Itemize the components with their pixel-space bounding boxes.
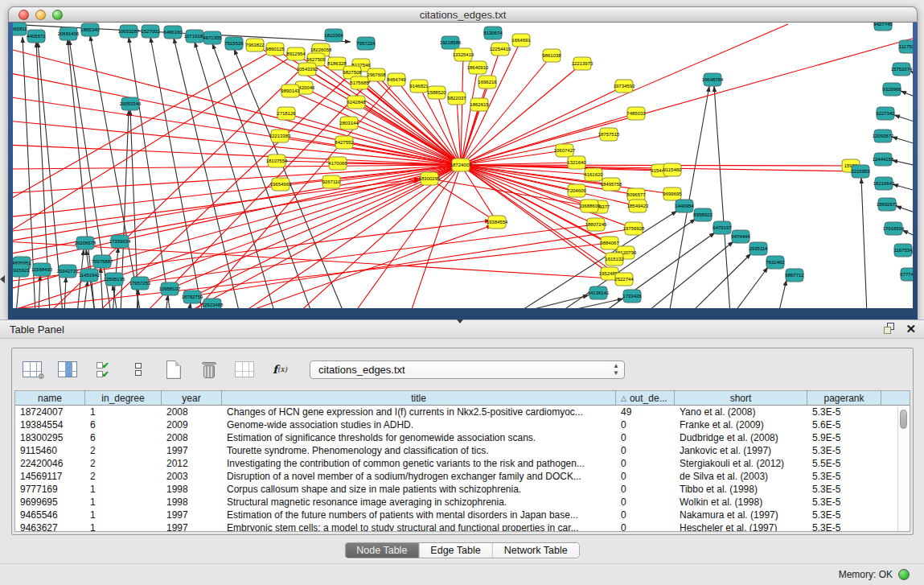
graph-edge-citation[interactable] [461,36,913,165]
graph-node[interactable]: 11568493 [31,263,53,276]
graph-node[interactable]: 9822037 [447,92,466,105]
graph-edge-reference[interactable] [733,267,768,308]
graph-node[interactable]: 12923488 [202,299,224,308]
graph-node[interactable]: 9890143 [281,84,300,97]
graph-node[interactable]: 10607427 [554,144,576,157]
table-cell[interactable]: 2012 [162,457,222,470]
graph-node[interactable]: 9267110 [322,175,342,188]
window-titlebar[interactable]: citations_edges.txt [8,6,918,23]
table-cell[interactable]: 2008 [162,406,222,418]
network-canvas[interactable]: 2065811440557120691406186534010653287152… [13,23,913,308]
column-header-pagerank[interactable]: pagerank [807,391,881,405]
table-cell[interactable]: 9115460 [15,444,85,457]
column-header-name[interactable]: name [15,391,85,405]
graph-edge-citation[interactable] [461,55,463,165]
graph-node[interactable]: 5175685 [350,76,369,89]
graph-node[interactable]: 12093872 [873,130,894,142]
graph-edge-reference[interactable] [84,281,88,308]
table-cell[interactable]: 14569117 [15,470,85,483]
table-cell[interactable]: 5.6E-5 [807,418,881,431]
table-cell[interactable]: 5.3E-5 [807,496,881,509]
graph-node[interactable]: 9146821 [409,80,429,93]
table-cell[interactable]: 2008 [162,431,222,444]
graph-node[interactable]: 10688609 [579,200,601,212]
graph-edge-citation[interactable] [170,165,461,289]
table-cell[interactable]: 22420046 [15,457,85,470]
table-cell[interactable]: 5.3E-5 [807,483,881,496]
trash-icon[interactable] [197,357,221,381]
graph-node[interactable]: 1862615 [470,98,489,111]
table-cell[interactable]: 9777169 [15,483,85,496]
table-cell[interactable]: 18300295 [15,431,85,444]
graph-node[interactable]: 18107554 [266,154,288,167]
table-cell[interactable]: Estimation of the future numbers of pati… [222,509,616,521]
table-cell[interactable]: 2009 [162,418,222,431]
graph-node[interactable]: 4161620 [584,168,603,181]
table-cell[interactable]: 1997 [162,509,222,521]
table-cell[interactable]: 0 [616,444,675,457]
graph-node[interactable]: 1733426 [622,290,642,303]
graph-node[interactable]: 2718126 [277,107,296,120]
table-row[interactable]: 1456911722003Disruption of a novel membe… [15,470,910,483]
table-cell[interactable]: Genome-wide association studies in ADHD. [222,418,616,431]
graph-edge-reference[interactable] [894,115,913,125]
minimize-window-button[interactable] [35,10,46,20]
graph-node[interactable]: 12505135 [104,273,125,286]
graph-node[interactable]: 1865340 [80,23,100,36]
table-row[interactable]: 946362711997Embryonic stem cells: a mode… [15,521,910,532]
graph-edge-citation[interactable] [13,48,461,165]
table-cell[interactable]: 9465546 [15,509,85,521]
graph-node[interactable]: 8454749 [387,73,406,86]
graph-edge-citation[interactable] [13,165,461,217]
graph-edge-reference[interactable] [893,184,913,193]
table-row[interactable]: 1872400712008Changes of HCN gene express… [15,406,910,418]
new-document-icon[interactable] [162,357,186,381]
graph-edge-reference[interactable] [714,86,730,308]
graph-node[interactable]: 1615132 [605,253,624,266]
table-cell[interactable]: Investigating the contribution of common… [222,457,616,470]
tab-edge-table[interactable]: Edge Table [419,543,492,558]
graph-node[interactable]: 20053346 [120,97,142,110]
graph-node[interactable]: 1822004 [324,29,343,42]
column-header-year[interactable]: year [162,391,222,405]
table-cell[interactable]: 6 [85,431,162,444]
graph-edge-reference[interactable] [150,37,203,308]
table-cell[interactable]: 2 [85,470,162,483]
table-cell[interactable]: Embryonic stem cells: a model to study s… [222,521,616,532]
graph-node[interactable]: 9861038 [542,49,561,62]
graph-node[interactable]: 1440954 [675,200,694,212]
table-cell[interactable]: 6 [85,418,162,431]
graph-node[interactable]: 18640910 [467,61,489,74]
table-cell[interactable]: 5.3E-5 [807,406,881,418]
table-cell[interactable]: 0 [616,431,675,444]
table-row[interactable]: 969969511998Structural magnetic resonanc… [15,496,910,509]
table-cell[interactable]: Tourette syndrome. Phenomenology and cla… [222,444,616,457]
tab-network-table[interactable]: Network Table [493,543,579,558]
graph-node[interactable]: 4671355 [203,31,222,44]
graph-node[interactable]: 10653287 [118,25,140,38]
splitter-handle-icon[interactable] [457,319,463,323]
graph-node[interactable]: 19654963 [270,178,292,191]
table-cell[interactable]: 2 [85,444,162,457]
table-cell[interactable]: 1997 [162,521,222,532]
graph-node[interactable]: 4405571 [27,30,46,43]
column-header-in_degree[interactable]: in_degree [85,391,162,405]
select-rows-icon[interactable]: ✔ ✔ [91,357,115,381]
graph-edge-reference[interactable] [778,280,786,308]
graph-node[interactable]: 3915923 [13,264,30,277]
graph-edge-citation[interactable] [354,165,461,308]
table-select-combobox[interactable]: citations_edges.txt ▲▼ [310,360,625,379]
graph-node[interactable]: 16782759 [182,290,203,303]
graph-node[interactable]: 19218586 [440,36,462,49]
graph-node[interactable]: 2065811 [13,23,27,35]
table-cell[interactable]: 1 [85,521,162,532]
table-cell[interactable]: 5.3E-5 [807,470,881,483]
graph-node[interactable]: 1696216 [478,76,497,89]
graph-node[interactable]: 18549423 [627,200,649,212]
graph-node[interactable]: 16648784 [702,73,724,86]
graph-node[interactable]: 10543392 [297,63,318,76]
table-cell[interactable]: 0 [616,509,675,521]
graph-node[interactable]: 1527002 [141,25,160,38]
graph-node[interactable]: 19756928 [623,222,645,235]
table-cell[interactable]: Dudbridge et al. (2008) [675,431,807,444]
